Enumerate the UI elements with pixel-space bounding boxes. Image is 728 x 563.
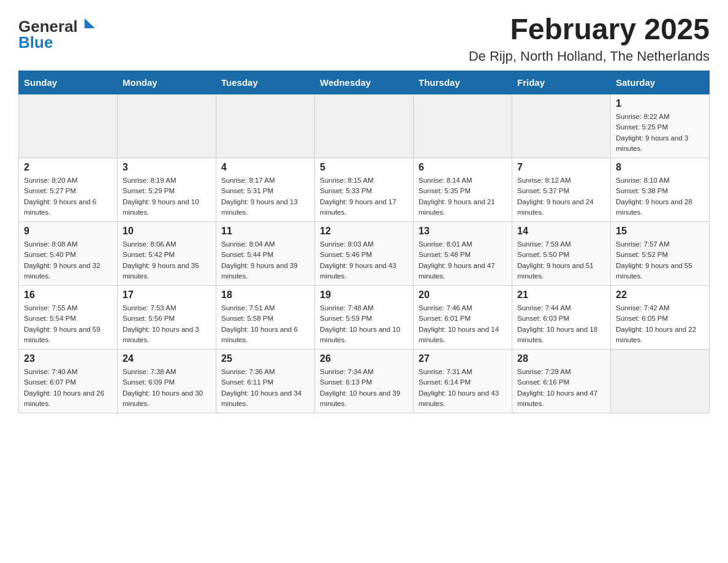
day-number: 11 (221, 226, 309, 237)
calendar-cell: 2Sunrise: 8:20 AMSunset: 5:27 PMDaylight… (19, 158, 118, 222)
calendar-cell: 16Sunrise: 7:55 AMSunset: 5:54 PMDayligh… (19, 286, 118, 350)
day-number: 7 (517, 162, 605, 173)
day-info: Sunrise: 7:59 AMSunset: 5:50 PMDaylight:… (517, 239, 605, 282)
day-info: Sunrise: 8:10 AMSunset: 5:38 PMDaylight:… (616, 175, 704, 218)
day-info: Sunrise: 7:53 AMSunset: 5:56 PMDaylight:… (123, 303, 211, 345)
calendar-cell (611, 350, 710, 413)
day-info: Sunrise: 8:08 AMSunset: 5:40 PMDaylight:… (24, 239, 112, 282)
calendar-cell: 7Sunrise: 8:12 AMSunset: 5:37 PMDaylight… (512, 158, 611, 222)
day-info: Sunrise: 8:15 AMSunset: 5:33 PMDaylight:… (320, 175, 408, 218)
day-info: Sunrise: 8:17 AMSunset: 5:31 PMDaylight:… (221, 175, 309, 218)
logo-svg: General Blue (18, 12, 98, 52)
calendar-cell (19, 94, 118, 158)
calendar-week-row: 1Sunrise: 8:22 AMSunset: 5:25 PMDaylight… (19, 94, 710, 158)
day-number: 6 (419, 162, 507, 173)
day-info: Sunrise: 7:55 AMSunset: 5:54 PMDaylight:… (24, 303, 112, 345)
title-block: February 2025 De Rijp, North Holland, Th… (469, 12, 710, 64)
calendar-cell: 19Sunrise: 7:48 AMSunset: 5:59 PMDayligh… (315, 286, 414, 350)
day-number: 17 (123, 289, 211, 301)
calendar-cell: 5Sunrise: 8:15 AMSunset: 5:33 PMDaylight… (315, 158, 414, 222)
calendar-cell (216, 94, 315, 158)
day-info: Sunrise: 7:29 AMSunset: 6:16 PMDaylight:… (517, 367, 605, 409)
calendar-week-row: 23Sunrise: 7:40 AMSunset: 6:07 PMDayligh… (19, 350, 710, 413)
day-info: Sunrise: 7:40 AMSunset: 6:07 PMDaylight:… (24, 367, 112, 409)
svg-marker-1 (85, 18, 95, 28)
day-number: 4 (221, 162, 309, 173)
calendar-cell: 1Sunrise: 8:22 AMSunset: 5:25 PMDaylight… (611, 94, 710, 158)
day-info: Sunrise: 8:03 AMSunset: 5:46 PMDaylight:… (320, 239, 408, 282)
calendar-cell (315, 94, 414, 158)
day-number: 3 (123, 162, 211, 173)
day-number: 28 (517, 353, 605, 364)
day-info: Sunrise: 7:51 AMSunset: 5:58 PMDaylight:… (221, 303, 309, 345)
day-info: Sunrise: 8:04 AMSunset: 5:44 PMDaylight:… (221, 239, 309, 282)
day-number: 12 (320, 226, 408, 237)
day-number: 15 (616, 226, 704, 237)
calendar-week-row: 2Sunrise: 8:20 AMSunset: 5:27 PMDaylight… (19, 158, 710, 222)
day-number: 16 (24, 289, 112, 301)
day-info: Sunrise: 7:31 AMSunset: 6:14 PMDaylight:… (419, 367, 507, 409)
day-number: 25 (221, 353, 309, 364)
calendar-cell: 12Sunrise: 8:03 AMSunset: 5:46 PMDayligh… (315, 222, 414, 286)
day-number: 23 (24, 353, 112, 364)
page-header: General Blue February 2025 De Rijp, Nort… (18, 12, 710, 64)
calendar-week-row: 9Sunrise: 8:08 AMSunset: 5:40 PMDaylight… (19, 222, 710, 286)
day-of-week-header: Tuesday (216, 71, 315, 94)
day-number: 21 (517, 289, 605, 301)
day-info: Sunrise: 8:06 AMSunset: 5:42 PMDaylight:… (123, 239, 211, 282)
day-info: Sunrise: 7:42 AMSunset: 6:05 PMDaylight:… (616, 303, 704, 345)
calendar-cell: 8Sunrise: 8:10 AMSunset: 5:38 PMDaylight… (611, 158, 710, 222)
calendar-week-row: 16Sunrise: 7:55 AMSunset: 5:54 PMDayligh… (19, 286, 710, 350)
day-number: 5 (320, 162, 408, 173)
calendar-cell: 21Sunrise: 7:44 AMSunset: 6:03 PMDayligh… (512, 286, 611, 350)
day-number: 9 (24, 226, 112, 237)
day-number: 1 (616, 98, 704, 109)
calendar-cell (414, 94, 512, 158)
calendar-cell (118, 94, 216, 158)
calendar-cell: 15Sunrise: 7:57 AMSunset: 5:52 PMDayligh… (611, 222, 710, 286)
day-number: 8 (616, 162, 704, 173)
day-of-week-header: Sunday (19, 71, 118, 94)
day-number: 18 (221, 289, 309, 301)
day-info: Sunrise: 8:12 AMSunset: 5:37 PMDaylight:… (517, 175, 605, 218)
day-of-week-header: Friday (512, 71, 611, 94)
day-number: 19 (320, 289, 408, 301)
day-info: Sunrise: 8:20 AMSunset: 5:27 PMDaylight:… (24, 175, 112, 218)
day-of-week-header: Thursday (414, 71, 512, 94)
day-number: 2 (24, 162, 112, 173)
day-number: 27 (419, 353, 507, 364)
calendar-cell: 17Sunrise: 7:53 AMSunset: 5:56 PMDayligh… (118, 286, 216, 350)
day-info: Sunrise: 7:38 AMSunset: 6:09 PMDaylight:… (123, 367, 211, 409)
day-info: Sunrise: 7:48 AMSunset: 5:59 PMDaylight:… (320, 303, 408, 345)
day-number: 20 (419, 289, 507, 301)
calendar-header: SundayMondayTuesdayWednesdayThursdayFrid… (19, 71, 710, 94)
calendar-cell: 26Sunrise: 7:34 AMSunset: 6:13 PMDayligh… (315, 350, 414, 413)
calendar-cell: 11Sunrise: 8:04 AMSunset: 5:44 PMDayligh… (216, 222, 315, 286)
day-of-week-header: Saturday (611, 71, 710, 94)
calendar-body: 1Sunrise: 8:22 AMSunset: 5:25 PMDaylight… (19, 94, 710, 413)
day-info: Sunrise: 8:22 AMSunset: 5:25 PMDaylight:… (616, 112, 704, 154)
calendar-cell: 3Sunrise: 8:19 AMSunset: 5:29 PMDaylight… (118, 158, 216, 222)
calendar-cell: 10Sunrise: 8:06 AMSunset: 5:42 PMDayligh… (118, 222, 216, 286)
calendar-cell: 13Sunrise: 8:01 AMSunset: 5:48 PMDayligh… (414, 222, 512, 286)
day-number: 14 (517, 226, 605, 237)
calendar-cell: 14Sunrise: 7:59 AMSunset: 5:50 PMDayligh… (512, 222, 611, 286)
day-info: Sunrise: 8:14 AMSunset: 5:35 PMDaylight:… (419, 175, 507, 218)
calendar-cell: 4Sunrise: 8:17 AMSunset: 5:31 PMDaylight… (216, 158, 315, 222)
day-info: Sunrise: 7:36 AMSunset: 6:11 PMDaylight:… (221, 367, 309, 409)
day-number: 22 (616, 289, 704, 301)
calendar-table: SundayMondayTuesdayWednesdayThursdayFrid… (18, 71, 710, 413)
day-info: Sunrise: 7:44 AMSunset: 6:03 PMDaylight:… (517, 303, 605, 345)
calendar-cell: 20Sunrise: 7:46 AMSunset: 6:01 PMDayligh… (414, 286, 512, 350)
day-info: Sunrise: 8:01 AMSunset: 5:48 PMDaylight:… (419, 239, 507, 282)
day-of-week-header: Monday (118, 71, 216, 94)
day-number: 10 (123, 226, 211, 237)
day-number: 13 (419, 226, 507, 237)
day-info: Sunrise: 7:46 AMSunset: 6:01 PMDaylight:… (419, 303, 507, 345)
calendar-cell: 24Sunrise: 7:38 AMSunset: 6:09 PMDayligh… (118, 350, 216, 413)
calendar-cell: 23Sunrise: 7:40 AMSunset: 6:07 PMDayligh… (19, 350, 118, 413)
day-of-week-header: Wednesday (315, 71, 414, 94)
page-title: February 2025 (469, 12, 710, 46)
day-info: Sunrise: 7:57 AMSunset: 5:52 PMDaylight:… (616, 239, 704, 282)
days-of-week-row: SundayMondayTuesdayWednesdayThursdayFrid… (19, 71, 710, 94)
